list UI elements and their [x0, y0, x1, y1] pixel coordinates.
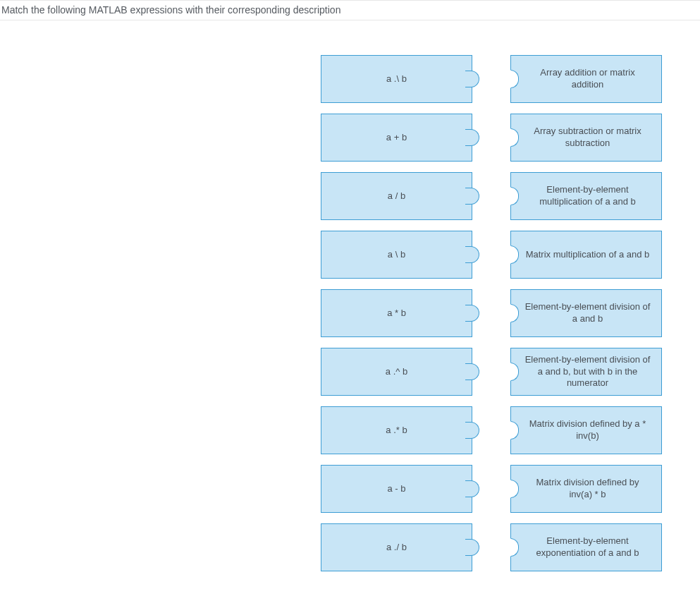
- description-piece[interactable]: Array subtraction or matrix subtraction: [510, 114, 662, 162]
- description-piece[interactable]: Array addition or matrix addition: [510, 55, 662, 103]
- expression-label: a \ b: [381, 249, 412, 261]
- description-label: Element-by-element multiplication of a a…: [511, 184, 661, 208]
- description-label: Matrix division defined by inv(a) * b: [511, 477, 661, 501]
- description-piece[interactable]: Element-by-element division of a and b: [510, 289, 662, 337]
- description-label: Element-by-element division of a and b: [511, 301, 661, 325]
- expression-piece[interactable]: a .^ b: [321, 348, 472, 396]
- expression-label: a ./ b: [379, 542, 414, 554]
- description-label: Element-by-element exponentiation of a a…: [511, 535, 661, 559]
- expression-label: a * b: [380, 308, 413, 320]
- expression-label: a .^ b: [379, 366, 415, 378]
- description-label: Array addition or matrix addition: [511, 67, 661, 91]
- expression-label: a .* b: [379, 425, 414, 437]
- expression-piece[interactable]: a \ b: [321, 231, 472, 279]
- question-prompt: Match the following MATLAB expressions w…: [0, 4, 700, 16]
- expression-piece[interactable]: a - b: [321, 465, 472, 513]
- expression-label: a + b: [379, 132, 414, 144]
- description-piece[interactable]: Element-by-element division of a and b, …: [510, 348, 662, 396]
- descriptions-column: Array addition or matrix addition Array …: [510, 55, 662, 582]
- expression-piece[interactable]: a + b: [321, 114, 472, 162]
- expression-piece[interactable]: a * b: [321, 289, 472, 337]
- expression-piece[interactable]: a .* b: [321, 406, 472, 454]
- description-piece[interactable]: Element-by-element exponentiation of a a…: [510, 523, 662, 571]
- expression-label: a .\ b: [379, 73, 414, 85]
- header-bar: Match the following MATLAB expressions w…: [0, 0, 700, 20]
- expressions-column: a .\ b a + b a / b a \ b a * b a .^ b a …: [321, 55, 472, 582]
- description-label: Array subtraction or matrix subtraction: [511, 126, 661, 150]
- description-label: Matrix multiplication of a and b: [513, 249, 660, 261]
- expression-label: a / b: [381, 190, 412, 202]
- description-label: Element-by-element division of a and b, …: [511, 354, 661, 390]
- expression-label: a - b: [380, 483, 412, 495]
- expression-piece[interactable]: a .\ b: [321, 55, 472, 103]
- description-piece[interactable]: Matrix multiplication of a and b: [510, 231, 662, 279]
- expression-piece[interactable]: a ./ b: [321, 523, 472, 571]
- description-label: Matrix division defined by a * inv(b): [511, 418, 661, 442]
- description-piece[interactable]: Matrix division defined by inv(a) * b: [510, 465, 662, 513]
- expression-piece[interactable]: a / b: [321, 172, 472, 220]
- description-piece[interactable]: Matrix division defined by a * inv(b): [510, 406, 662, 454]
- description-piece[interactable]: Element-by-element multiplication of a a…: [510, 172, 662, 220]
